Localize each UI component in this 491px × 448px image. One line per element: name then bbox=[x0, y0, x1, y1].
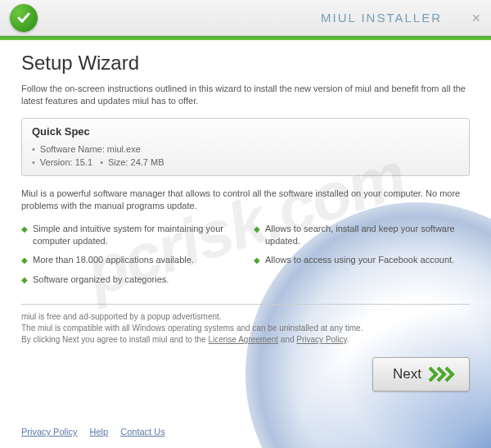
footer-links: Privacy Policy Help Contact Us bbox=[21, 427, 175, 437]
bullet-icon: ◆ bbox=[254, 224, 260, 235]
spec-version-label: Version: bbox=[40, 157, 73, 167]
titlebar: MIUL INSTALLER ✕ bbox=[0, 0, 491, 36]
fine-line: miul is free and ad-supported by a popup… bbox=[21, 311, 470, 323]
spec-software-label: Software Name: bbox=[40, 144, 105, 154]
chevron-right-icon bbox=[428, 366, 456, 382]
next-button[interactable]: Next bbox=[372, 357, 470, 391]
spec-size-value: 24.7 MB bbox=[131, 157, 164, 167]
features-list: ◆Simple and intuitive system for maintai… bbox=[21, 223, 470, 293]
checkmark-logo-icon bbox=[10, 4, 38, 32]
license-agreement-link[interactable]: License Agreement bbox=[208, 335, 278, 344]
fine-line: The miul is compatible with all Windows … bbox=[21, 323, 470, 334]
feature-item: ◆Allows to access using your Facebook ac… bbox=[254, 254, 470, 266]
feature-item: ◆More than 18.000 applications available… bbox=[21, 254, 237, 266]
help-link[interactable]: Help bbox=[90, 427, 109, 437]
description-text: Miul is a powerful software manager that… bbox=[21, 188, 470, 213]
close-button[interactable]: ✕ bbox=[471, 11, 481, 25]
spec-version-value: 15.1 bbox=[75, 157, 92, 167]
feature-item: ◆Software organized by categories. bbox=[21, 274, 237, 286]
privacy-policy-link-inline[interactable]: Privacy Policy bbox=[296, 335, 347, 344]
page-title: Setup Wizard bbox=[21, 52, 470, 75]
quick-spec-box: Quick Spec •Software Name: miul.exe •Ver… bbox=[21, 118, 470, 176]
fine-line: By clicking Next you agree to install mi… bbox=[21, 334, 470, 346]
next-button-label: Next bbox=[393, 366, 421, 382]
spec-software-value: miul.exe bbox=[107, 144, 141, 154]
fine-print: miul is free and ad-supported by a popup… bbox=[21, 311, 470, 346]
spec-size-label: Size: bbox=[108, 157, 128, 167]
spec-title: Quick Spec bbox=[32, 125, 459, 138]
bullet-icon: ◆ bbox=[21, 255, 28, 266]
contact-us-link[interactable]: Contact Us bbox=[120, 427, 164, 437]
feature-text: Simple and intuitive system for maintain… bbox=[33, 223, 237, 248]
feature-item: ◆Allows to search, install and keep your… bbox=[254, 223, 470, 248]
app-title: MIUL INSTALLER bbox=[321, 11, 442, 25]
bullet-icon: ◆ bbox=[254, 255, 260, 266]
feature-item: ◆Simple and intuitive system for maintai… bbox=[21, 223, 237, 248]
divider bbox=[21, 304, 470, 305]
feature-text: Allows to search, install and keep your … bbox=[265, 223, 470, 248]
spec-version-row: •Version: 15.1 •Size: 24.7 MB bbox=[32, 156, 459, 169]
feature-text: Allows to access using your Facebook acc… bbox=[265, 254, 454, 266]
feature-text: More than 18.000 applications available. bbox=[33, 254, 194, 266]
privacy-policy-link[interactable]: Privacy Policy bbox=[21, 427, 77, 437]
bullet-icon: ◆ bbox=[21, 224, 28, 235]
spec-software-row: •Software Name: miul.exe bbox=[32, 143, 459, 156]
feature-text: Software organized by categories. bbox=[33, 274, 169, 286]
bullet-icon: ◆ bbox=[21, 274, 28, 286]
intro-text: Follow the on-screen instructions outlin… bbox=[21, 83, 470, 108]
